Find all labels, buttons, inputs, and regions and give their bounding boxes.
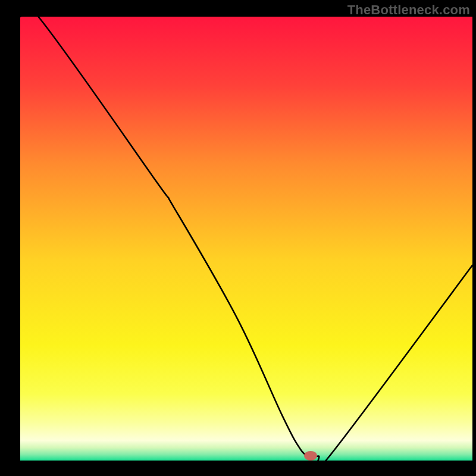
optimal-point-marker <box>304 451 317 461</box>
chart-svg <box>0 0 476 476</box>
chart-frame: { "watermark": "TheBottleneck.com", "plo… <box>0 0 476 476</box>
watermark-text: TheBottleneck.com <box>347 2 470 18</box>
